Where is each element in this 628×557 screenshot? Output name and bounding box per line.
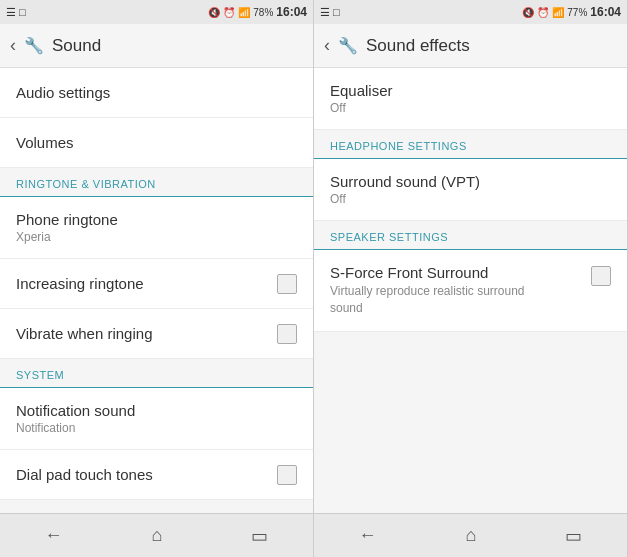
menu-item-phone-ringtone[interactable]: Phone ringtone Xperia: [0, 197, 313, 259]
menu-item-equaliser[interactable]: Equaliser Off: [314, 68, 627, 130]
menu-item-notification-sound[interactable]: Notification sound Notification: [0, 388, 313, 450]
s-force-toggle[interactable]: [591, 266, 611, 286]
status-bar-right: ☰ □ 🔇 ⏰ 📶 77% 16:04: [314, 0, 627, 24]
back-nav-left[interactable]: ←: [29, 517, 79, 554]
screen-icon: □: [19, 6, 26, 18]
equaliser-label: Equaliser: [330, 82, 393, 99]
nav-bar-left: ← ⌂ ▭: [0, 513, 313, 557]
alarm-icon: ⏰: [223, 7, 235, 18]
status-bar-left: ☰ □ 🔇 ⏰ 📶 78% 16:04: [0, 0, 313, 24]
recent-nav-left[interactable]: ▭: [235, 517, 284, 555]
right-panel: ☰ □ 🔇 ⏰ 📶 77% 16:04 ‹ 🔧 Sound effects Eq…: [314, 0, 628, 557]
s-force-label: S-Force Front Surround: [330, 264, 550, 281]
page-title-right: Sound effects: [366, 36, 470, 56]
section-speaker: SPEAKER SETTINGS: [314, 221, 627, 250]
time-left: 16:04: [276, 5, 307, 19]
page-title-left: Sound: [52, 36, 101, 56]
s-force-description: Virtually reproduce realistic surround s…: [330, 283, 550, 317]
screen-icon-right: □: [333, 6, 340, 18]
notification-sound-label: Notification sound: [16, 402, 135, 419]
vibrate-ringing-label: Vibrate when ringing: [16, 325, 152, 342]
status-icons-left: ☰ □: [6, 6, 26, 19]
left-content: Audio settings Volumes RINGTONE & VIBRAT…: [0, 68, 313, 513]
signal-icon-right: 📶: [552, 7, 564, 18]
right-content: Equaliser Off HEADPHONE SETTINGS Surroun…: [314, 68, 627, 513]
audio-settings-label: Audio settings: [16, 84, 110, 101]
volume-icon-right: 🔇: [522, 7, 534, 18]
increasing-ringtone-toggle[interactable]: [277, 274, 297, 294]
menu-item-volumes[interactable]: Volumes: [0, 118, 313, 168]
section-system: SYSTEM: [0, 359, 313, 388]
status-icons-right: 🔇 ⏰ 📶 78% 16:04: [208, 5, 307, 19]
home-nav-left[interactable]: ⌂: [136, 517, 179, 554]
back-button-left[interactable]: ‹: [10, 35, 16, 56]
alarm-icon-right: ⏰: [537, 7, 549, 18]
recent-nav-right[interactable]: ▭: [549, 517, 598, 555]
vibrate-ringing-toggle[interactable]: [277, 324, 297, 344]
nav-bar-right: ← ⌂ ▭: [314, 513, 627, 557]
status-icons-right-left: ☰ □: [320, 6, 340, 19]
left-panel: ☰ □ 🔇 ⏰ 📶 78% 16:04 ‹ 🔧 Sound Audio sett…: [0, 0, 314, 557]
signal-icon: 📶: [238, 7, 250, 18]
sound-icon-right: 🔧: [338, 36, 358, 55]
sound-icon-left: 🔧: [24, 36, 44, 55]
equaliser-value: Off: [330, 101, 393, 115]
notification-sound-value: Notification: [16, 421, 135, 435]
menu-item-increasing-ringtone[interactable]: Increasing ringtone: [0, 259, 313, 309]
menu-item-surround-sound[interactable]: Surround sound (VPT) Off: [314, 159, 627, 221]
surround-sound-label: Surround sound (VPT): [330, 173, 480, 190]
sim-icon-right: ☰: [320, 6, 330, 19]
menu-item-s-force[interactable]: S-Force Front Surround Virtually reprodu…: [314, 250, 627, 332]
volume-icon: 🔇: [208, 7, 220, 18]
dial-pad-toggle[interactable]: [277, 465, 297, 485]
menu-item-audio-settings[interactable]: Audio settings: [0, 68, 313, 118]
phone-ringtone-value: Xperia: [16, 230, 118, 244]
top-bar-right: ‹ 🔧 Sound effects: [314, 24, 627, 68]
menu-item-dial-pad[interactable]: Dial pad touch tones: [0, 450, 313, 500]
battery-left: 78%: [253, 7, 273, 18]
phone-ringtone-label: Phone ringtone: [16, 211, 118, 228]
volumes-label: Volumes: [16, 134, 74, 151]
section-headphone: HEADPHONE SETTINGS: [314, 130, 627, 159]
status-icons-right-right: 🔇 ⏰ 📶 77% 16:04: [522, 5, 621, 19]
home-nav-right[interactable]: ⌂: [450, 517, 493, 554]
sim-icon: ☰: [6, 6, 16, 19]
dial-pad-label: Dial pad touch tones: [16, 466, 153, 483]
menu-item-vibrate-ringing[interactable]: Vibrate when ringing: [0, 309, 313, 359]
section-ringtone-vibration: RINGTONE & VIBRATION: [0, 168, 313, 197]
battery-right: 77%: [567, 7, 587, 18]
increasing-ringtone-label: Increasing ringtone: [16, 275, 144, 292]
top-bar-left: ‹ 🔧 Sound: [0, 24, 313, 68]
back-nav-right[interactable]: ←: [343, 517, 393, 554]
back-button-right[interactable]: ‹: [324, 35, 330, 56]
time-right: 16:04: [590, 5, 621, 19]
surround-sound-value: Off: [330, 192, 480, 206]
